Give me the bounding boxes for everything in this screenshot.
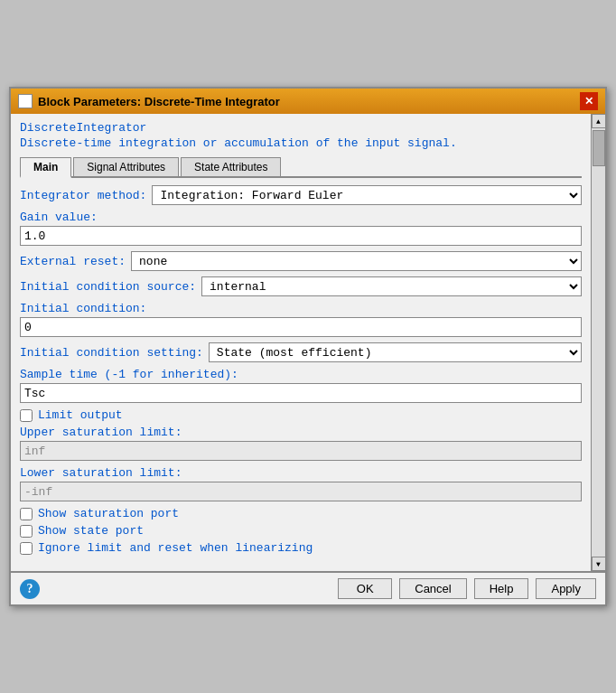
integrator-method-row: Integrator method: Integration: Forward … — [20, 185, 582, 205]
title-bar: Block Parameters: Discrete-Time Integrat… — [11, 89, 605, 114]
show-saturation-port-row: Show saturation port — [20, 507, 582, 520]
tab-state-attributes[interactable]: State Attributes — [181, 157, 281, 176]
apply-button[interactable]: Apply — [536, 578, 596, 599]
footer-buttons: OK Cancel Help Apply — [338, 578, 596, 599]
initial-condition-source-select[interactable]: internal external — [201, 276, 582, 296]
sample-time-input[interactable] — [20, 383, 582, 403]
window-icon — [18, 94, 33, 108]
block-name: DiscreteIntegrator — [20, 121, 582, 135]
scroll-down-arrow[interactable]: ▼ — [592, 557, 606, 571]
external-reset-row: External reset: none rising falling eith… — [20, 251, 582, 271]
help-button[interactable]: Help — [474, 578, 529, 599]
scroll-up-arrow[interactable]: ▲ — [592, 114, 606, 128]
integrator-method-label: Integrator method: — [20, 189, 146, 202]
block-description: Discrete-time integration or accumulatio… — [20, 136, 582, 150]
limit-output-row: Limit output — [20, 408, 582, 422]
ok-button[interactable]: OK — [338, 578, 392, 599]
tab-signal-attributes[interactable]: Signal Attributes — [73, 157, 179, 176]
sample-time-label: Sample time (-1 for inherited): — [20, 368, 582, 381]
initial-condition-source-label: Initial condition source: — [20, 280, 196, 294]
initial-condition-setting-select[interactable]: State (most efficient) Output Force outp… — [209, 342, 582, 362]
footer-left: ? — [20, 579, 40, 599]
scrollbar[interactable]: ▲ ▼ — [591, 114, 605, 571]
show-state-port-label: Show state port — [38, 524, 144, 538]
cancel-button[interactable]: Cancel — [399, 578, 466, 599]
show-state-port-checkbox[interactable] — [20, 525, 33, 538]
lower-saturation-block: Lower saturation limit: — [20, 466, 582, 501]
content-scrollbar-area: DiscreteIntegrator Discrete-time integra… — [11, 114, 605, 571]
window-title: Block Parameters: Discrete-Time Integrat… — [38, 95, 280, 108]
external-reset-select[interactable]: none rising falling either level level h… — [131, 251, 582, 271]
main-content: DiscreteIntegrator Discrete-time integra… — [11, 114, 591, 571]
tab-main[interactable]: Main — [20, 157, 71, 178]
help-circle-icon[interactable]: ? — [20, 579, 40, 599]
limit-output-checkbox[interactable] — [20, 409, 33, 422]
title-bar-left: Block Parameters: Discrete-Time Integrat… — [18, 94, 280, 108]
show-saturation-port-label: Show saturation port — [38, 507, 179, 520]
ignore-limit-label: Ignore limit and reset when linearizing — [38, 541, 313, 555]
upper-saturation-input[interactable] — [20, 441, 582, 461]
gain-value-label: Gain value: — [20, 211, 582, 224]
initial-condition-block: Initial condition: — [20, 302, 582, 337]
show-state-port-row: Show state port — [20, 524, 582, 538]
initial-condition-setting-row: Initial condition setting: State (most e… — [20, 342, 582, 362]
lower-saturation-label: Lower saturation limit: — [20, 466, 582, 480]
gain-value-input[interactable] — [20, 226, 582, 246]
initial-condition-input[interactable] — [20, 317, 582, 337]
ignore-limit-checkbox[interactable] — [20, 542, 33, 555]
close-button[interactable]: ✕ — [580, 92, 598, 110]
block-parameters-window: Block Parameters: Discrete-Time Integrat… — [9, 87, 607, 606]
show-saturation-port-checkbox[interactable] — [20, 508, 33, 520]
tab-bar: Main Signal Attributes State Attributes — [20, 157, 582, 178]
integrator-method-select[interactable]: Integration: Forward Euler Integration: … — [152, 185, 582, 205]
lower-saturation-input[interactable] — [20, 482, 582, 501]
gain-value-block: Gain value: — [20, 211, 582, 246]
ignore-limit-row: Ignore limit and reset when linearizing — [20, 541, 582, 555]
footer: ? OK Cancel Help Apply — [11, 571, 605, 604]
initial-condition-source-row: Initial condition source: internal exter… — [20, 276, 582, 296]
sample-time-block: Sample time (-1 for inherited): — [20, 368, 582, 403]
initial-condition-label: Initial condition: — [20, 302, 582, 315]
external-reset-label: External reset: — [20, 255, 126, 268]
limit-output-label: Limit output — [38, 408, 123, 422]
upper-saturation-block: Upper saturation limit: — [20, 426, 582, 461]
initial-condition-setting-label: Initial condition setting: — [20, 346, 203, 360]
scroll-thumb[interactable] — [593, 130, 605, 166]
upper-saturation-label: Upper saturation limit: — [20, 426, 582, 439]
